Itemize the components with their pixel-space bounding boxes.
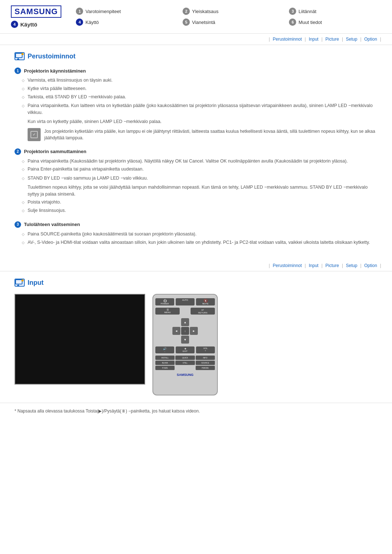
dpad-right[interactable]: ► xyxy=(190,327,198,335)
remote-vol-minus-btn[interactable]: 🔊 - xyxy=(155,346,174,353)
dpad-empty-bl xyxy=(172,336,180,344)
nav-label-5: Vianetsintä xyxy=(192,20,215,25)
bullet-list-1: Varmista, että linssinsuojus on täysin a… xyxy=(15,77,377,100)
nav-sep-b2: | xyxy=(305,263,306,268)
svg-rect-4 xyxy=(16,280,22,284)
nav-sep-b1: | xyxy=(269,263,270,268)
bullet-2-2: Paina Enter-painiketta tai paina virtapa… xyxy=(22,166,377,173)
nav-sep-b3: | xyxy=(321,263,322,268)
bullet-list-2c: Poista virtajohto. Sulje linssinsuojus. xyxy=(15,199,377,214)
nav-item-5[interactable]: 5 Vianetsintä xyxy=(183,19,275,26)
remote-blank-btn[interactable]: BLANK xyxy=(155,361,175,365)
remote-still-btn[interactable]: STILL xyxy=(175,361,195,365)
bullet-1-1: Varmista, että linssinsuojus on täysin a… xyxy=(22,77,377,84)
nav-grid: 1 Varotoimenpiteet 2 Yleiskatsaus 3 Liit… xyxy=(76,8,381,26)
nav-item-1[interactable]: 1 Varotoimenpiteet xyxy=(76,8,168,15)
nav-link-picture-bot[interactable]: Picture xyxy=(324,263,340,268)
nav-bar-top: | Perustoiminnot | Input | Picture | Set… xyxy=(0,34,392,45)
nav-link-perustoiminnot-top[interactable]: Perustoiminnot xyxy=(271,37,303,42)
nav-item-4[interactable]: 4 Käyttö xyxy=(76,19,168,26)
nav-sep-b5: | xyxy=(360,263,361,268)
header: SAMSUNG 4 Käyttö 1 Varotoimenpiteet 2 Yl… xyxy=(0,0,392,34)
bullet-list-2a: Paina virtapainiketta (Kaukosäädin tai p… xyxy=(15,158,377,173)
nav-item-2[interactable]: 2 Yleiskatsaus xyxy=(183,8,275,15)
nav-link-picture-top[interactable]: Picture xyxy=(324,37,340,42)
nav-label-3: Liitännät xyxy=(298,9,316,14)
bullet-1-4: Paina virtapainiketta. Kun laitteen virt… xyxy=(22,102,377,116)
remote-return-btn[interactable]: ↩ RETURN xyxy=(191,308,215,315)
svg-point-7 xyxy=(21,279,24,282)
input-title: Input xyxy=(28,279,44,287)
remote-samsung-label: SAMSUNG xyxy=(177,373,193,377)
nav-num-2: 2 xyxy=(183,8,190,15)
svg-point-3 xyxy=(21,53,24,55)
remote-power-btn[interactable]: ⏻ POWER xyxy=(155,298,174,305)
svg-rect-6 xyxy=(17,285,19,286)
nav-num-5: 5 xyxy=(183,19,190,26)
logo-area: SAMSUNG 4 Käyttö xyxy=(11,5,61,28)
remote-pmode-btn[interactable]: P.MODE xyxy=(196,366,215,370)
nav-sep-b4: | xyxy=(342,263,343,268)
remote-info-btn[interactable]: INFO xyxy=(196,356,215,360)
nav-link-setup-bot[interactable]: Setup xyxy=(344,263,359,268)
bullet-1-2: Kytke virta päälle laitteeseen. xyxy=(22,85,377,92)
bottom-text: * Napsauta alla olevassa taulukossa Tois… xyxy=(0,403,392,419)
remote-control: ⏻ POWER AUTO 🔇 MUTE ☰ MENU ↩ RETURN xyxy=(152,294,218,395)
dpad-left[interactable]: ◄ xyxy=(172,327,180,335)
subsection-kaynnis: 1 Projektorin käynnistäminen Varmista, e… xyxy=(15,67,377,141)
remote-menu-row: ☰ MENU ↩ RETURN xyxy=(155,308,215,315)
subsection-title-3: 3 Tulolähteen valitseminen xyxy=(15,221,377,228)
subsection-title-1: 1 Projektorin käynnistäminen xyxy=(15,67,377,74)
bullet-3-1: Paina SOURCE-painiketta (joko kaukosääti… xyxy=(22,231,377,238)
dpad-empty-tl xyxy=(172,318,180,326)
nav-sep-2: | xyxy=(305,37,306,42)
nav-sep-b6: | xyxy=(380,263,381,268)
remote-source-btn[interactable]: SOURCE xyxy=(196,361,215,365)
subsection-tulolahde: 3 Tulolähteen valitseminen Paina SOURCE-… xyxy=(15,221,377,246)
remote-psize-btn[interactable]: P.SIZE xyxy=(155,366,175,370)
kaytto-label: Käyttö xyxy=(20,21,37,28)
remote-vol-row: 🔊 - ◈ EXIT VOL + xyxy=(155,346,215,353)
input-section: Input ⏻ POWER AUTO 🔇 MUTE ☰ xyxy=(0,271,392,403)
nav-label-1: Varotoimenpiteet xyxy=(85,9,121,14)
nav-link-perustoiminnot-bot[interactable]: Perustoiminnot xyxy=(271,263,303,268)
remote-menu-btn[interactable]: ☰ MENU xyxy=(155,308,180,315)
plain-text-1: Kun virta on kytketty päälle, sininen LA… xyxy=(15,118,377,125)
nav-label-4: Käyttö xyxy=(85,20,99,25)
remote-exit-btn[interactable]: ◈ EXIT xyxy=(176,346,195,353)
nav-bar-bottom: | Perustoiminnot | Input | Picture | Set… xyxy=(0,260,392,271)
remote-install-btn[interactable]: INSTALL xyxy=(155,356,175,360)
remote-vol-plus-btn[interactable]: VOL + xyxy=(196,346,215,353)
samsung-logo: SAMSUNG xyxy=(11,5,61,18)
subsection-num-3: 3 xyxy=(15,221,21,228)
dpad-down[interactable]: ▼ xyxy=(181,336,189,344)
remote-auto-btn[interactable]: AUTO xyxy=(176,298,195,305)
subsection-label-2: Projektorin sammuttaminen xyxy=(24,149,86,154)
remote-mute-btn[interactable]: 🔇 MUTE xyxy=(196,298,215,305)
bottom-text-content: * Napsauta alla olevassa taulukossa Tois… xyxy=(15,409,200,414)
nav-link-option-bot[interactable]: Option xyxy=(363,263,379,268)
nav-label-6: Muut tiedot xyxy=(298,20,322,25)
nav-link-input-top[interactable]: Input xyxy=(307,37,320,42)
dpad-up[interactable]: ▲ xyxy=(181,318,189,326)
subsection-label-3: Tulolähteen valitseminen xyxy=(24,222,80,227)
remote-empty xyxy=(175,366,195,370)
note-icon-inner: ✓ xyxy=(30,131,38,138)
nav-link-option-top[interactable]: Option xyxy=(363,37,379,42)
bullet-list-2b: STAND BY LED −valo sammuu ja LAMP LED −v… xyxy=(15,175,377,182)
dpad-enter[interactable]: ↕ xyxy=(181,327,189,335)
nav-sep-5: | xyxy=(360,37,361,42)
bullet-3-2: AV-, S-Video- ja HDMI-tilat voidaan vali… xyxy=(22,239,377,246)
bullet-list-3: Paina SOURCE-painiketta (joko kaukosääti… xyxy=(15,231,377,246)
subsection-title-2: 2 Projektorin sammuttaminen xyxy=(15,148,377,155)
dpad-empty-tr xyxy=(190,318,198,326)
nav-link-setup-top[interactable]: Setup xyxy=(344,37,359,42)
nav-item-6[interactable]: 6 Muut tiedot xyxy=(289,19,381,26)
nav-link-input-bot[interactable]: Input xyxy=(307,263,320,268)
remote-spacer xyxy=(181,308,189,315)
nav-item-3[interactable]: 3 Liitännät xyxy=(289,8,381,15)
projector-screen xyxy=(15,294,145,385)
kaytto-header: 4 Käyttö xyxy=(11,21,37,28)
bullet-2-3: STAND BY LED −valo sammuu ja LAMP LED −v… xyxy=(22,175,377,182)
remote-quick-btn[interactable]: QUICK xyxy=(175,356,195,360)
